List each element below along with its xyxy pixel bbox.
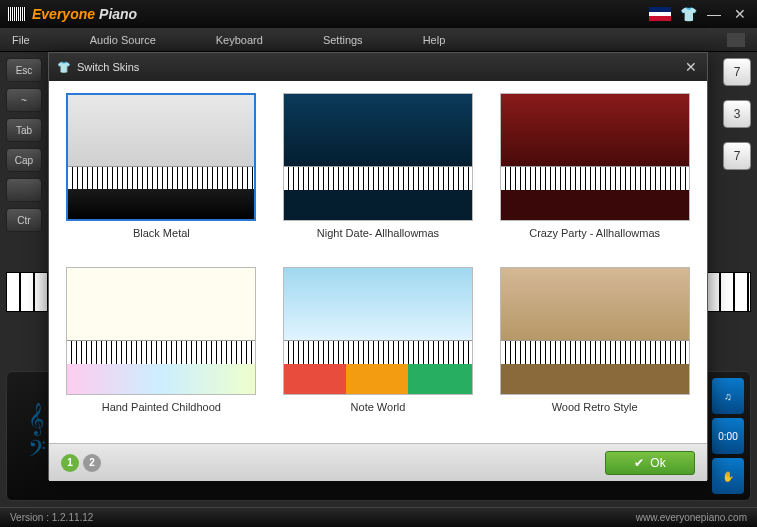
skin-thumbnail (66, 267, 256, 395)
skin-item-5[interactable]: Wood Retro Style (494, 267, 695, 431)
version-value: 1.2.11.12 (52, 512, 94, 523)
skin-name-label: Black Metal (133, 227, 190, 239)
skin-thumbnail (500, 267, 690, 395)
skin-name-label: Night Date- Allhallowmas (317, 227, 439, 239)
skin-name-label: Note World (351, 401, 406, 413)
pagination: 12 (61, 454, 101, 472)
skin-name-label: Hand Painted Childhood (102, 401, 221, 413)
ok-label: Ok (650, 456, 665, 470)
skin-item-3[interactable]: Hand Painted Childhood (61, 267, 262, 431)
skin-thumbnail (283, 93, 473, 221)
switch-skins-modal: 👕 Switch Skins ✕ Black MetalNight Date- … (48, 52, 708, 480)
skin-thumbnail (500, 93, 690, 221)
check-icon: ✔ (634, 456, 644, 470)
shirt-icon: 👕 (57, 61, 71, 74)
skin-item-1[interactable]: Night Date- Allhallowmas (278, 93, 479, 257)
modal-close-button[interactable]: ✕ (683, 59, 699, 75)
skin-item-0[interactable]: Black Metal (61, 93, 262, 257)
skin-item-2[interactable]: Crazy Party - Allhallowmas (494, 93, 695, 257)
statusbar: Version : 1.2.11.12 www.everyonepiano.co… (0, 507, 757, 527)
skin-name-label: Wood Retro Style (552, 401, 638, 413)
skin-grid: Black MetalNight Date- AllhallowmasCrazy… (49, 81, 707, 443)
skin-thumbnail (66, 93, 256, 221)
modal-backdrop: 👕 Switch Skins ✕ Black MetalNight Date- … (0, 0, 757, 527)
modal-header: 👕 Switch Skins ✕ (49, 53, 707, 81)
modal-title: Switch Skins (77, 61, 139, 73)
skin-thumbnail (283, 267, 473, 395)
page-2[interactable]: 2 (83, 454, 101, 472)
version-label: Version : (10, 512, 49, 523)
page-1[interactable]: 1 (61, 454, 79, 472)
website-url[interactable]: www.everyonepiano.com (636, 512, 747, 523)
skin-item-4[interactable]: Note World (278, 267, 479, 431)
ok-button[interactable]: ✔ Ok (605, 451, 695, 475)
modal-footer: 12 ✔ Ok (49, 443, 707, 481)
skin-name-label: Crazy Party - Allhallowmas (529, 227, 660, 239)
